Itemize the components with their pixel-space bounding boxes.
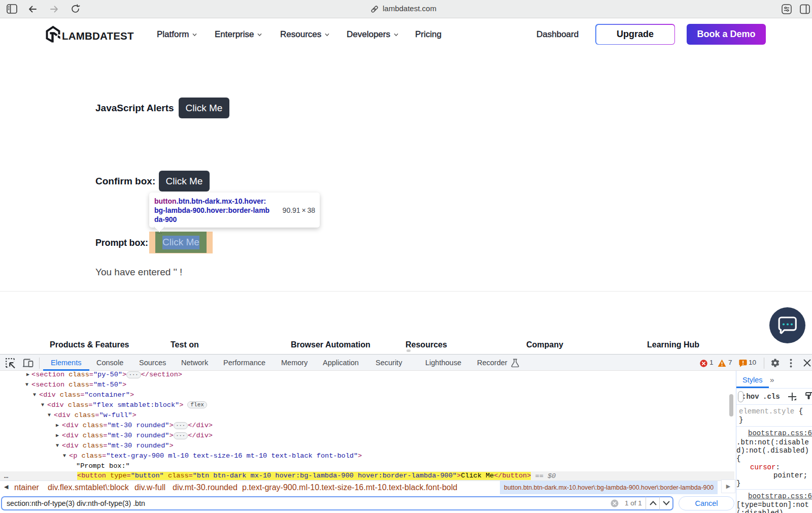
svg-text:LAMBDATEST: LAMBDATEST — [62, 30, 134, 42]
